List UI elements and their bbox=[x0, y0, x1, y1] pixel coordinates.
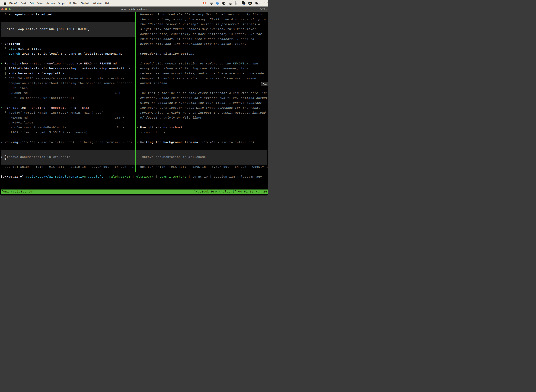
svg-text:1: 1 bbox=[266, 8, 267, 10]
svg-text:61: 61 bbox=[243, 3, 245, 5]
svg-text:A: A bbox=[249, 2, 251, 5]
